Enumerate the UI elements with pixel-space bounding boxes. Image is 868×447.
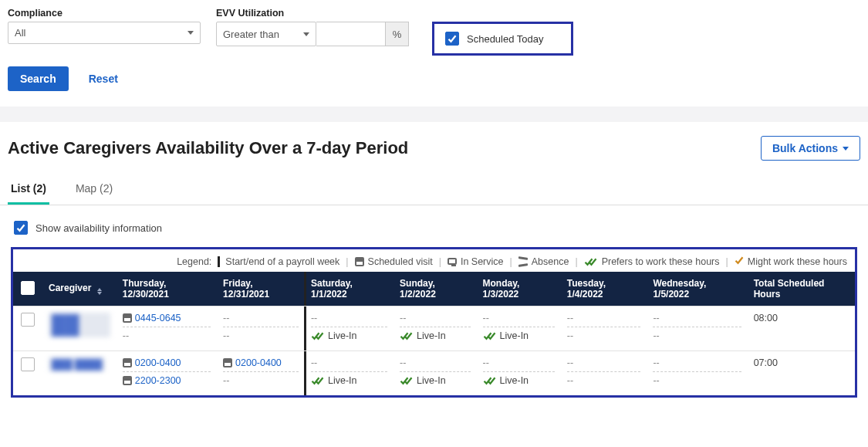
legend-scheduled: Scheduled visit: [368, 256, 433, 267]
calendar-icon: [223, 358, 232, 367]
empty-dash: --: [567, 357, 573, 368]
chevron-down-icon: [303, 32, 309, 36]
legend-label: Legend:: [177, 256, 211, 267]
bulk-actions-button[interactable]: Bulk Actions: [761, 136, 860, 161]
col-caregiver-label: Caregiver: [49, 283, 91, 293]
scheduled-visit-link[interactable]: 0200-0400: [135, 357, 181, 368]
empty-dash: --: [400, 313, 406, 323]
col-day-1: Friday, 12/31/2021: [217, 272, 305, 306]
empty-dash: --: [653, 375, 659, 386]
legend-absence: Absence: [532, 256, 569, 267]
compliance-label: Compliance: [8, 8, 201, 19]
empty-dash: --: [483, 357, 489, 368]
availability-text: Live-In: [328, 330, 357, 341]
availability-text: Live-In: [500, 330, 529, 341]
absence-icon: [518, 257, 528, 266]
legend-payroll: Start/end of a payroll week: [225, 256, 339, 267]
scheduled-today-label: Scheduled Today: [467, 33, 544, 45]
legend-prefers: Prefers to work these hours: [602, 256, 720, 267]
empty-dash: --: [653, 313, 659, 323]
empty-dash: --: [567, 313, 573, 323]
empty-dash: --: [400, 357, 406, 368]
search-button[interactable]: Search: [8, 66, 69, 91]
empty-dash: --: [223, 313, 229, 323]
scheduled-visit-link[interactable]: 2200-2300: [135, 375, 181, 386]
payroll-bar-icon: [218, 256, 220, 267]
show-availability-checkbox[interactable]: [14, 221, 28, 235]
show-availability-label: Show availability information: [35, 222, 162, 234]
check-icon: [448, 34, 457, 43]
empty-dash: --: [223, 375, 229, 386]
prefers-check-icon: [400, 331, 414, 340]
empty-dash: --: [311, 357, 317, 368]
sort-icon: [97, 288, 102, 295]
caregiver-name[interactable]: ███ ████: [49, 357, 105, 371]
bulk-actions-label: Bulk Actions: [772, 142, 838, 154]
total-hours: 08:00: [754, 313, 778, 323]
calendar-icon: [355, 257, 364, 266]
evv-select[interactable]: Greater than: [216, 22, 316, 46]
col-day-6: Wednesday, 1/5/2022: [647, 272, 747, 306]
percent-suffix: %: [386, 22, 409, 46]
might-check-icon: [735, 256, 744, 267]
prefers-check-icon: [483, 331, 497, 340]
col-day-2: Saturday, 1/1/2022: [305, 272, 393, 306]
scheduled-today-filter: Scheduled Today: [432, 22, 573, 56]
availability-text: Live-In: [417, 330, 446, 341]
availability-text: Live-In: [417, 375, 446, 386]
prefers-check-icon: [311, 376, 325, 385]
table-row: ███ ████0200-04002200-23000200-0400----L…: [13, 351, 855, 396]
legend-might: Might work these hours: [748, 256, 847, 267]
select-all-checkbox[interactable]: [21, 281, 35, 295]
empty-dash: --: [653, 330, 659, 341]
empty-dash: --: [567, 330, 573, 341]
legend-inservice: In Service: [461, 256, 504, 267]
scheduled-visit-link[interactable]: 0445-0645: [135, 313, 181, 323]
prefers-check-icon: [584, 257, 598, 266]
evv-percent-input[interactable]: [316, 22, 386, 46]
calendar-icon: [123, 376, 132, 385]
compliance-select[interactable]: All: [8, 22, 201, 44]
scheduled-visit-link[interactable]: 0200-0400: [235, 357, 282, 368]
col-total: Total Scheduled Hours: [748, 272, 855, 306]
chevron-down-icon: [843, 147, 849, 151]
check-icon: [16, 223, 25, 232]
prefers-check-icon: [483, 376, 497, 385]
tab-map[interactable]: Map (2): [73, 174, 116, 205]
reset-button[interactable]: Reset: [84, 72, 123, 86]
scheduled-today-checkbox[interactable]: [445, 32, 459, 46]
col-day-5: Tuesday, 1/4/2022: [561, 272, 647, 306]
empty-dash: --: [123, 330, 129, 341]
availability-text: Live-In: [328, 375, 357, 386]
table-row: ████ ████0445-0645--------Live-In--Live-…: [13, 306, 855, 351]
calendar-icon: [123, 313, 132, 323]
calendar-icon: [123, 358, 132, 367]
col-caregiver[interactable]: Caregiver: [42, 272, 117, 306]
empty-dash: --: [223, 330, 229, 341]
legend: Legend: Start/end of a payroll week | Sc…: [13, 249, 855, 272]
caregiver-name[interactable]: ████ ████: [49, 313, 110, 337]
empty-dash: --: [653, 357, 659, 368]
evv-value: Greater than: [223, 29, 279, 40]
total-hours: 07:00: [754, 357, 778, 368]
prefers-check-icon: [311, 331, 325, 340]
page-title: Active Caregivers Availability Over a 7-…: [8, 138, 408, 158]
col-day-4: Monday, 1/3/2022: [477, 272, 561, 306]
availability-table: Caregiver Thursday, 12/30/2021 Friday, 1…: [13, 272, 855, 395]
evv-label: EVV Utilization: [216, 8, 409, 19]
tab-list[interactable]: List (2): [8, 174, 49, 205]
col-day-0: Thursday, 12/30/2021: [117, 272, 217, 306]
row-checkbox[interactable]: [21, 313, 35, 327]
prefers-check-icon: [400, 376, 414, 385]
compliance-value: All: [15, 27, 25, 39]
section-divider: [0, 107, 868, 122]
chevron-down-icon: [187, 31, 194, 35]
inservice-icon: [448, 258, 457, 265]
col-day-3: Sunday, 1/2/2022: [393, 272, 476, 306]
empty-dash: --: [483, 313, 489, 323]
empty-dash: --: [567, 375, 573, 386]
empty-dash: --: [311, 313, 317, 323]
row-checkbox[interactable]: [21, 357, 35, 371]
availability-text: Live-In: [500, 375, 529, 386]
